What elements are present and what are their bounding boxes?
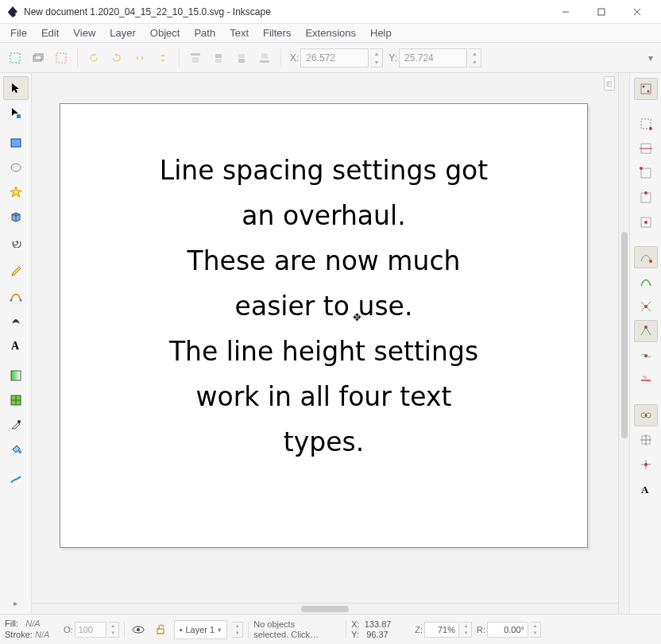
- dropper-tool[interactable]: [3, 413, 29, 437]
- svg-rect-10: [215, 54, 222, 58]
- tweak-tool[interactable]: [3, 468, 29, 492]
- canvas[interactable]: ◰ Line spacing settings got an overhaul.…: [32, 73, 618, 603]
- title-bar: New document 1.2020_04_15_22_10_15.0.svg…: [0, 0, 661, 24]
- svg-point-36: [640, 167, 643, 170]
- snap-smooth-icon[interactable]: [634, 345, 658, 367]
- snap-cusp-icon[interactable]: [634, 320, 658, 342]
- snap-others-icon[interactable]: [634, 404, 658, 426]
- svg-text:A: A: [641, 484, 649, 496]
- star-tool[interactable]: [3, 180, 29, 204]
- canvas-text-object[interactable]: Line spacing settings got an overhaul. T…: [60, 104, 587, 547]
- svg-point-30: [647, 91, 649, 93]
- spiral-tool[interactable]: [3, 229, 29, 253]
- menu-layer[interactable]: Layer: [102, 25, 143, 41]
- raise-top-icon[interactable]: [185, 48, 206, 68]
- svg-rect-22: [11, 371, 21, 380]
- menu-view[interactable]: View: [66, 25, 102, 41]
- text-tool[interactable]: A: [3, 334, 29, 357]
- maximize-button[interactable]: [583, 0, 619, 23]
- snap-rotation-icon[interactable]: [634, 453, 658, 476]
- svg-point-57: [644, 463, 647, 466]
- menu-filters[interactable]: Filters: [256, 25, 298, 41]
- snap-path-icon[interactable]: [634, 271, 658, 293]
- optionbar-overflow-icon[interactable]: ▾: [645, 49, 656, 67]
- svg-rect-9: [192, 57, 199, 63]
- svg-rect-17: [11, 139, 21, 147]
- x-coord-input[interactable]: 26.572: [300, 48, 369, 67]
- pencil-tool[interactable]: [3, 260, 29, 283]
- zoom-label: Z:: [415, 625, 423, 634]
- svg-point-29: [642, 86, 644, 88]
- bezier-tool[interactable]: [3, 284, 29, 308]
- layer-selector[interactable]: •Layer 1▾: [174, 620, 228, 639]
- vertical-scrollbar[interactable]: [618, 73, 629, 614]
- svg-rect-28: [641, 84, 651, 94]
- snap-center-icon[interactable]: [634, 429, 658, 451]
- snap-bbox-edge-icon[interactable]: [634, 137, 658, 160]
- snap-bbox-mid-icon[interactable]: [634, 187, 658, 209]
- snap-midpoint-icon[interactable]: ½: [634, 369, 658, 391]
- snap-bbox-icon[interactable]: [634, 113, 658, 135]
- snap-bbox-center-icon[interactable]: [634, 211, 658, 233]
- opacity-spinner[interactable]: ▲▼: [108, 622, 119, 638]
- menu-edit[interactable]: Edit: [34, 25, 66, 41]
- calligraphy-tool[interactable]: [3, 309, 29, 333]
- menu-extensions[interactable]: Extensions: [298, 25, 363, 41]
- menu-path[interactable]: Path: [187, 25, 222, 41]
- y-coord-spinner[interactable]: ▲▼: [469, 48, 481, 67]
- node-tool[interactable]: [3, 101, 29, 125]
- layer-spinner[interactable]: ▲▼: [232, 622, 243, 638]
- horizontal-scrollbar[interactable]: [32, 603, 618, 614]
- rotation-spinner[interactable]: ▲▼: [530, 622, 541, 638]
- y-coord-input[interactable]: 25.724: [399, 48, 467, 67]
- zoom-input[interactable]: 71%: [424, 622, 459, 638]
- menu-help[interactable]: Help: [363, 25, 399, 41]
- rotation-input[interactable]: 0.00°: [487, 622, 528, 638]
- snap-enable-icon[interactable]: [634, 78, 658, 100]
- svg-point-45: [644, 326, 647, 329]
- rotate-ccw-icon[interactable]: [83, 48, 104, 68]
- snap-text-icon[interactable]: A: [634, 478, 658, 500]
- layer-lock-icon[interactable]: [152, 621, 169, 638]
- selector-tool[interactable]: [3, 76, 29, 100]
- deselect-icon[interactable]: [51, 48, 72, 68]
- svg-point-51: [644, 415, 647, 417]
- snap-bbox-corner-icon[interactable]: [634, 162, 658, 184]
- x-coord-spinner[interactable]: ▲▼: [370, 48, 383, 67]
- flip-v-icon[interactable]: [153, 48, 173, 68]
- close-button[interactable]: [619, 0, 655, 23]
- opacity-input[interactable]: 100: [75, 622, 106, 638]
- svg-point-46: [644, 354, 647, 357]
- snap-bar: ½ A: [629, 73, 661, 614]
- menu-text[interactable]: Text: [222, 25, 256, 41]
- svg-point-19: [10, 299, 12, 302]
- paint-bucket-tool[interactable]: [3, 438, 29, 461]
- svg-point-41: [649, 260, 652, 263]
- snap-intersection-icon[interactable]: [634, 295, 658, 318]
- menu-object[interactable]: Object: [143, 25, 187, 41]
- svg-rect-15: [260, 60, 269, 63]
- menu-file[interactable]: File: [3, 25, 34, 41]
- toolbox-overflow-icon[interactable]: ▸: [10, 596, 21, 611]
- zoom-spinner[interactable]: ▲▼: [461, 622, 472, 638]
- flip-h-icon[interactable]: [129, 48, 150, 68]
- box3d-tool[interactable]: [3, 205, 29, 229]
- select-all-icon[interactable]: [5, 48, 25, 68]
- svg-rect-4: [10, 53, 20, 63]
- gradient-tool[interactable]: [3, 364, 29, 388]
- ruler-origin-icon[interactable]: ◰: [604, 76, 615, 91]
- mesh-tool[interactable]: [3, 388, 29, 412]
- x-coord-label: X:: [290, 52, 299, 64]
- ellipse-tool[interactable]: [3, 156, 29, 179]
- snap-nodes-icon[interactable]: [634, 246, 658, 268]
- svg-rect-1: [598, 9, 605, 15]
- lower-icon[interactable]: [231, 48, 252, 68]
- lower-bottom-icon[interactable]: [254, 48, 275, 68]
- minimize-button[interactable]: [547, 0, 583, 23]
- fill-stroke-indicator[interactable]: Fill: N/A Stroke: N/A: [5, 619, 59, 639]
- rotate-cw-icon[interactable]: [106, 48, 127, 68]
- rectangle-tool[interactable]: [3, 131, 29, 155]
- raise-icon[interactable]: [208, 48, 229, 68]
- layer-visibility-icon[interactable]: [129, 621, 147, 638]
- select-layers-icon[interactable]: [28, 48, 48, 68]
